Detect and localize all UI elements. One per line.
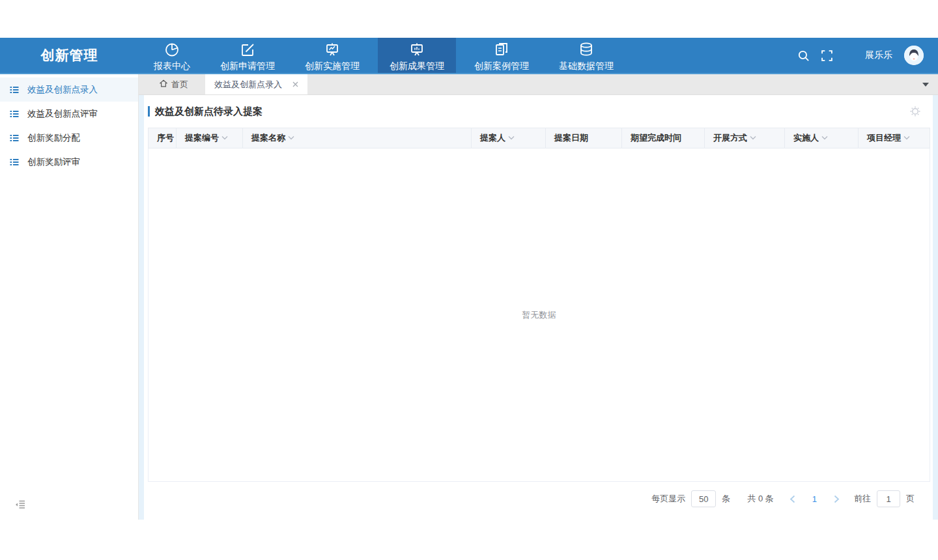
column-header-project-manager: 项目经理 (859, 128, 930, 148)
tab-list-chevron-down-icon[interactable] (922, 74, 938, 94)
sidebar-collapse-icon[interactable] (14, 499, 26, 513)
chevron-down-icon[interactable] (221, 132, 228, 142)
tab-benefit-entry[interactable]: 效益及创新点录入 (205, 74, 307, 94)
sidebar: 效益及创新点录入 效益及创新点评审 (0, 74, 139, 520)
column-header-seq: 序号 (149, 128, 177, 148)
proposals-table: 序号 提案编号 提案名称 提案人 提案日期 期望完成时间 开展方式 实施人 项目… (148, 128, 930, 482)
list-icon (9, 109, 20, 119)
gear-icon[interactable] (909, 105, 921, 117)
document-copy-icon (493, 40, 510, 58)
chevron-down-icon[interactable] (750, 132, 756, 142)
nav-item-label: 创新成果管理 (390, 60, 444, 72)
list-icon (9, 157, 20, 167)
edit-square-icon (239, 40, 256, 58)
column-header-expected-finish: 期望完成时间 (622, 128, 705, 148)
search-icon[interactable] (797, 49, 810, 62)
column-header-proposal-no: 提案编号 (177, 128, 243, 148)
chevron-left-icon[interactable] (789, 495, 795, 503)
sidebar-item-label: 创新奖励分配 (27, 132, 80, 144)
pie-chart-icon (163, 40, 180, 58)
app-window: 创新管理 报表中心 创新申请管理 (0, 38, 938, 521)
nav-item-label: 创新申请管理 (220, 60, 275, 72)
nav-item-innovation-implementation[interactable]: 创新实施管理 (293, 38, 371, 73)
per-page-input[interactable] (691, 490, 716, 507)
chevron-down-icon[interactable] (821, 132, 828, 142)
title-accent-bar (148, 106, 150, 117)
tab-home[interactable]: 首页 (148, 74, 200, 94)
sidebar-item-label: 创新奖励评审 (27, 156, 80, 168)
nav-item-base-data[interactable]: 基础数据管理 (547, 38, 625, 73)
goto-prefix-label: 前往 (854, 493, 871, 505)
sidebar-item-reward-review[interactable]: 创新奖励评审 (0, 150, 138, 174)
goto-page-input[interactable] (877, 490, 900, 507)
chevron-down-icon[interactable] (903, 132, 910, 142)
presentation-bar-chart-icon (408, 40, 425, 58)
nav-item-innovation-case[interactable]: 创新案例管理 (462, 38, 541, 73)
sidebar-item-benefit-review[interactable]: 效益及创新点评审 (0, 102, 138, 126)
column-header-method: 开展方式 (705, 128, 785, 148)
home-icon (160, 79, 167, 89)
nav-item-report-center[interactable]: 报表中心 (142, 38, 202, 73)
chevron-down-icon[interactable] (288, 132, 294, 142)
nav-item-label: 创新实施管理 (305, 60, 360, 72)
nav-item-label: 报表中心 (154, 60, 190, 72)
sidebar-item-benefit-entry[interactable]: 效益及创新点录入 (0, 77, 138, 102)
goto-suffix-label: 页 (906, 493, 915, 505)
panel-title-row: 效益及创新点待录入提案 (144, 95, 933, 128)
content-panel: 效益及创新点待录入提案 (144, 95, 933, 520)
sidebar-item-label: 效益及创新点录入 (27, 84, 98, 96)
empty-state-text: 暂无数据 (149, 148, 930, 482)
database-icon (578, 40, 595, 58)
sidebar-item-label: 效益及创新点评审 (27, 108, 98, 120)
main-area: 首页 效益及创新点录入 (139, 74, 938, 520)
total-count-label: 共 0 条 (747, 493, 773, 505)
avatar[interactable] (904, 46, 924, 65)
sidebar-item-reward-allocation[interactable]: 创新奖励分配 (0, 126, 138, 150)
top-navigation-bar: 创新管理 报表中心 创新申请管理 (0, 38, 938, 74)
page-number-current[interactable]: 1 (812, 494, 817, 504)
user-name[interactable]: 展乐乐 (865, 49, 892, 61)
list-icon (9, 85, 20, 95)
page-title: 效益及创新点待录入提案 (155, 105, 263, 118)
empty-state-row: 暂无数据 (149, 148, 930, 482)
nav-item-innovation-achievement[interactable]: 创新成果管理 (378, 38, 456, 73)
tab-bar: 首页 效益及创新点录入 (139, 74, 938, 95)
nav-item-innovation-application[interactable]: 创新申请管理 (208, 38, 287, 73)
column-header-proposal-name: 提案名称 (243, 128, 472, 148)
tab-home-label: 首页 (171, 79, 188, 91)
nav-item-label: 创新案例管理 (474, 60, 529, 72)
fullscreen-icon[interactable] (821, 50, 832, 61)
pagination: 每页显示 条 共 0 条 1 前往 页 (144, 490, 933, 507)
close-icon[interactable] (292, 81, 298, 87)
table-header-row: 序号 提案编号 提案名称 提案人 提案日期 期望完成时间 开展方式 实施人 项目… (149, 128, 930, 148)
per-page-suffix-label: 条 (722, 493, 730, 505)
column-header-implementer: 实施人 (785, 128, 859, 148)
chevron-right-icon[interactable] (834, 495, 840, 503)
chevron-down-icon[interactable] (508, 132, 515, 142)
list-icon (9, 133, 20, 143)
top-nav-menu: 报表中心 创新申请管理 (139, 38, 629, 73)
content-wrapper: 效益及创新点待录入提案 (139, 95, 938, 520)
column-header-proposer: 提案人 (472, 128, 546, 148)
presentation-line-chart-icon (324, 40, 341, 58)
body-layout: 效益及创新点录入 效益及创新点评审 (0, 74, 938, 520)
per-page-prefix-label: 每页显示 (651, 493, 685, 505)
tab-label: 效益及创新点录入 (214, 79, 282, 91)
app-title: 创新管理 (0, 38, 139, 73)
nav-item-label: 基础数据管理 (559, 60, 614, 72)
column-header-proposal-date: 提案日期 (546, 128, 622, 148)
topbar-right-actions: 展乐乐 (797, 38, 938, 73)
